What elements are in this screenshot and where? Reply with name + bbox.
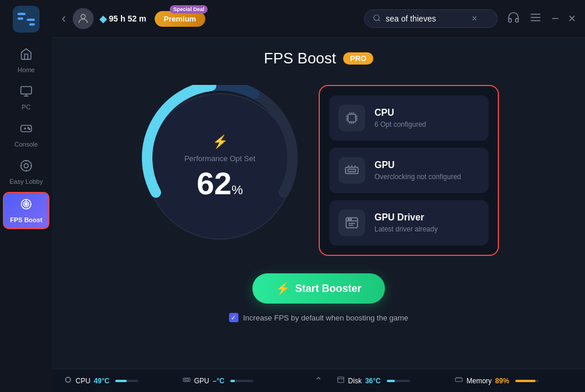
minutes-value: 52: [127, 14, 137, 23]
easy-lobby-icon: [20, 159, 33, 176]
bottom-cpu-bar: [115, 380, 138, 382]
hours-value: 95: [109, 14, 118, 23]
svg-line-25: [379, 19, 380, 21]
diamond-icon: ◆: [99, 13, 106, 24]
gpu-card[interactable]: GPU Overclocking not configured: [329, 148, 488, 193]
premium-button[interactable]: Premium Special Deal: [155, 11, 206, 27]
home-icon: [20, 48, 33, 64]
chevron-up-icon[interactable]: ⌃: [315, 375, 322, 386]
bottom-gpu-label: GPU: [194, 377, 209, 385]
gpu-card-info: GPU Overclocking not configured: [374, 160, 479, 181]
bottom-gpu-bar: [230, 380, 254, 382]
cpu-card-info: CPU 6 Opt configured: [374, 108, 479, 129]
search-icon: [373, 14, 381, 24]
gpu-card-title: GPU: [374, 160, 479, 170]
search-box: ×: [364, 9, 498, 28]
bottom-memory-icon: [455, 376, 463, 386]
gpu-driver-card-info: GPU Driver Latest driver already: [374, 212, 479, 233]
bottom-stat-disk: Disk 36°C: [337, 376, 455, 386]
minutes-label: m: [139, 14, 146, 23]
sidebar-item-console[interactable]: Console: [3, 117, 49, 152]
console-icon: [20, 122, 33, 138]
bottom-bar: CPU 49°C GPU –°C ⌃ Disk 36°C: [52, 369, 585, 392]
fps-checkbox[interactable]: ✓: [229, 313, 238, 322]
bottom-stat-cpu: CPU 49°C: [64, 376, 183, 386]
gauge-center: ⚡ Performance Opt Set 62 %: [184, 134, 255, 199]
bottom-stat-gpu: GPU –°C: [183, 376, 301, 386]
cpu-icon: [338, 105, 365, 131]
minimize-button[interactable]: −: [551, 11, 559, 26]
svg-rect-43: [345, 168, 358, 174]
bottom-memory-value: 89%: [495, 377, 509, 385]
sidebar-item-console-label: Console: [15, 141, 38, 148]
svg-point-12: [29, 129, 30, 130]
svg-rect-4: [29, 23, 35, 26]
sidebar-item-pc[interactable]: PC: [3, 80, 49, 115]
close-button[interactable]: ×: [568, 11, 576, 26]
bottom-gpu-icon: [183, 376, 191, 386]
pc-icon: [20, 85, 33, 101]
performance-icon: ⚡: [184, 134, 255, 149]
gpu-driver-card[interactable]: GPU Driver Latest driver already: [329, 200, 488, 245]
search-input[interactable]: [386, 14, 467, 23]
app-logo[interactable]: [13, 6, 40, 33]
sidebar-item-easy-lobby-label: Easy Lobby: [9, 178, 42, 185]
header: ‹ ◆ 95 h 52 m Premium Special Deal ×: [52, 0, 585, 38]
booster-lightning-icon: ⚡: [276, 281, 290, 295]
gpu-driver-card-title: GPU Driver: [374, 212, 479, 223]
back-button[interactable]: ‹: [62, 11, 66, 26]
sidebar: Home PC Console: [0, 0, 52, 392]
svg-rect-0: [13, 6, 40, 33]
svg-rect-67: [183, 378, 190, 382]
user-hours: ◆ 95 h 52 m: [99, 13, 146, 24]
sidebar-item-fps-boost-label: FPS Boost: [10, 216, 42, 223]
svg-rect-1: [17, 13, 26, 15]
hours-label: h: [120, 14, 126, 23]
fps-title-row: FPS Boost PRO: [264, 49, 373, 67]
gauge-container: ⚡ Performance Opt Set 62 %: [138, 85, 301, 248]
svg-rect-30: [348, 115, 356, 122]
gauge-label: Performance Opt Set: [184, 154, 255, 163]
cpu-card-subtitle: 6 Opt configured: [374, 120, 479, 129]
svg-rect-2: [17, 17, 23, 20]
bottom-disk-icon: [337, 376, 345, 386]
search-clear-button[interactable]: ×: [472, 13, 477, 24]
gauge-value: 62: [197, 168, 231, 199]
sidebar-item-home[interactable]: Home: [3, 43, 49, 78]
bottom-gpu-value: –°C: [213, 377, 224, 385]
svg-point-14: [24, 163, 28, 168]
svg-rect-44: [348, 169, 356, 172]
bottom-memory-label: Memory: [466, 377, 491, 385]
svg-rect-71: [455, 378, 462, 382]
central-area: ⚡ Performance Opt Set 62 %: [138, 85, 499, 256]
bottom-cpu-value: 49°C: [94, 377, 109, 385]
bottom-cpu-label: CPU: [76, 377, 90, 385]
bottom-cpu-icon: [64, 376, 72, 386]
bottom-cpu-bar-fill: [115, 380, 127, 382]
start-booster-label: Start Booster: [295, 283, 361, 295]
svg-rect-5: [21, 87, 31, 94]
headset-icon[interactable]: [507, 11, 520, 27]
bottom-disk-bar: [387, 380, 410, 382]
gpu-icon: [338, 157, 365, 184]
svg-rect-68: [184, 379, 188, 380]
avatar: [73, 8, 94, 29]
svg-point-21: [25, 203, 27, 205]
bottom-memory-bar-fill: [515, 380, 536, 382]
svg-point-23: [81, 15, 85, 19]
svg-point-13: [21, 161, 31, 171]
cards-panel: CPU 6 Opt configured GPU: [319, 85, 499, 256]
sidebar-item-easy-lobby[interactable]: Easy Lobby: [3, 155, 49, 190]
bottom-disk-bar-fill: [387, 380, 395, 382]
checkbox-label: Increase FPS by default when boosting th…: [243, 313, 408, 322]
header-icons: − ×: [507, 11, 576, 27]
cpu-card[interactable]: CPU 6 Opt configured: [329, 95, 488, 141]
bottom-stat-memory: Memory 89%: [455, 376, 573, 386]
sidebar-item-home-label: Home: [17, 66, 34, 73]
menu-icon[interactable]: [529, 11, 542, 27]
svg-point-51: [350, 219, 351, 220]
svg-point-24: [374, 15, 379, 20]
bottom-gpu-bar-fill: [230, 380, 235, 382]
sidebar-item-fps-boost[interactable]: FPS Boost: [3, 192, 49, 229]
start-booster-button[interactable]: ⚡ Start Booster: [252, 273, 384, 304]
